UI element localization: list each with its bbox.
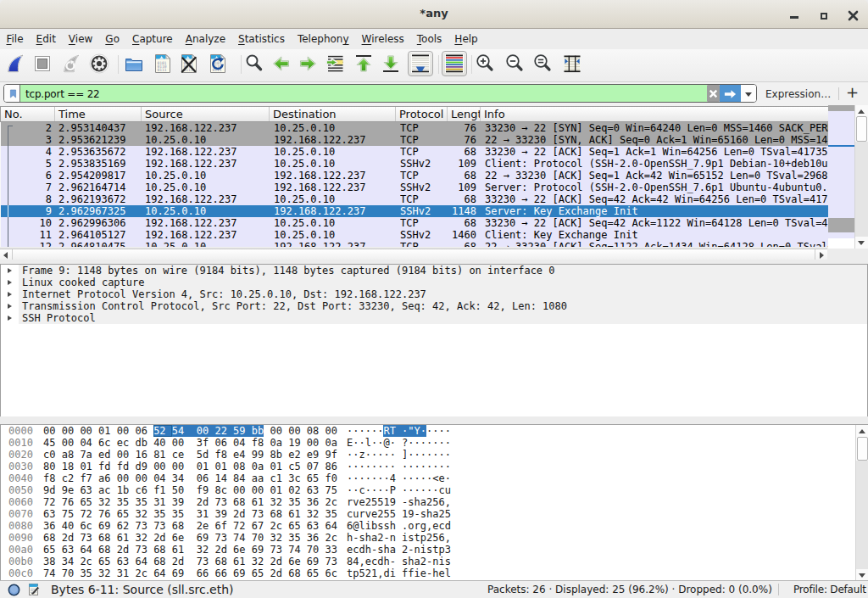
hex-byte[interactable]: c5 xyxy=(288,461,307,472)
hex-byte[interactable]: 2c xyxy=(326,496,337,508)
hex-row-0080[interactable]: 008036 40 6c 69 62 73 73 68 2e 6f 72 67 … xyxy=(1,520,867,532)
ascii-char[interactable]: u xyxy=(445,484,451,496)
ascii-char[interactable]: · xyxy=(390,437,402,449)
hex-byte[interactable]: fd xyxy=(117,461,136,472)
hex-byte[interactable]: 32 xyxy=(135,508,153,520)
hex-byte[interactable]: 35 xyxy=(288,532,307,544)
hex-byte[interactable]: 72 xyxy=(80,508,98,520)
hex-byte[interactable]: 68 xyxy=(270,508,288,520)
hex-byte[interactable]: 2c xyxy=(135,567,153,579)
packet-row-2[interactable]: 22.953140437192.168.122.23710.25.0.10TCP… xyxy=(1,122,828,134)
hex-byte[interactable]: 74 xyxy=(233,532,252,544)
hex-byte[interactable]: 80 xyxy=(43,461,62,472)
hex-byte[interactable]: 6c xyxy=(98,437,117,449)
hex-row-0020[interactable]: 0020c0 a8 7a ed 00 16 81 ce 5d f8 e4 99 … xyxy=(1,449,867,461)
ascii-char[interactable]: 9 xyxy=(390,496,402,508)
ascii-char[interactable]: · xyxy=(415,484,420,496)
hex-byte[interactable]: 04 xyxy=(153,472,172,484)
ascii-char[interactable]: · xyxy=(408,449,414,461)
hex-byte[interactable]: 2d xyxy=(197,496,215,508)
ascii-char[interactable]: 5 xyxy=(390,508,402,520)
hex-byte[interactable]: f1 xyxy=(153,484,172,496)
hex-byte[interactable]: 32 xyxy=(98,496,117,508)
expander-triangle-icon[interactable] xyxy=(8,292,12,297)
ascii-char[interactable]: · xyxy=(365,461,371,472)
hex-byte[interactable]: 62 xyxy=(117,520,136,532)
ascii-char[interactable]: t xyxy=(415,532,420,544)
colorize-button[interactable] xyxy=(442,51,467,76)
hex-byte[interactable]: 61 xyxy=(172,544,197,556)
hex-byte[interactable]: 66 xyxy=(214,567,233,579)
detail-row-1[interactable]: Linux cooked capture xyxy=(1,277,867,288)
hex-byte[interactable]: 81 xyxy=(153,449,172,461)
horizontal-scrollbar-thumb[interactable] xyxy=(12,249,815,260)
zoom-in-button[interactable] xyxy=(475,53,495,74)
hex-byte[interactable]: 2e xyxy=(197,520,215,532)
hex-byte[interactable]: 5d xyxy=(197,449,215,461)
ascii-char[interactable]: · xyxy=(438,461,444,472)
ascii-char[interactable]: a xyxy=(390,544,402,556)
go-last-button[interactable] xyxy=(381,53,401,74)
hex-byte[interactable]: 00 xyxy=(270,425,288,437)
hex-byte[interactable]: 65 xyxy=(98,556,117,567)
capture-comment-icon[interactable] xyxy=(27,583,41,596)
hex-byte[interactable]: 66 xyxy=(197,567,215,579)
ascii-char[interactable]: i xyxy=(390,567,402,579)
go-forward-button[interactable] xyxy=(298,53,318,74)
hex-byte[interactable]: 63 xyxy=(62,544,81,556)
hex-byte[interactable]: 65 xyxy=(307,567,326,579)
ascii-char[interactable]: s xyxy=(408,496,414,508)
ascii-char[interactable]: R xyxy=(383,425,389,437)
hex-byte[interactable]: f7 xyxy=(80,472,98,484)
hex-byte[interactable]: 00 xyxy=(80,425,98,437)
ascii-char[interactable]: · xyxy=(438,437,444,449)
hex-byte[interactable]: 01 xyxy=(80,461,98,472)
hex-row-0090[interactable]: 009068 2d 73 68 61 32 2d 6e 69 73 74 70 … xyxy=(1,532,867,544)
ascii-char[interactable]: 2 xyxy=(438,508,444,520)
resize-columns-button[interactable] xyxy=(562,53,582,74)
hex-byte[interactable]: 2c xyxy=(80,556,98,567)
hex-byte[interactable]: e2 xyxy=(288,449,307,461)
menu-edit[interactable]: Edit xyxy=(30,30,62,48)
hex-byte[interactable]: 00 xyxy=(172,461,197,472)
ascii-char[interactable]: · xyxy=(415,472,420,484)
ascii-char[interactable]: h xyxy=(383,544,389,556)
ascii-char[interactable]: · xyxy=(415,449,420,461)
file-close-button[interactable] xyxy=(179,53,199,74)
ascii-char[interactable]: 1 xyxy=(383,496,389,508)
ascii-char[interactable]: · xyxy=(438,425,444,437)
menu-help[interactable]: Help xyxy=(448,30,484,48)
ascii-char[interactable]: e xyxy=(420,567,426,579)
hex-byte[interactable]: 35 xyxy=(135,496,153,508)
hex-byte[interactable]: 3f xyxy=(197,437,215,449)
ascii-char[interactable]: · xyxy=(359,425,364,437)
hex-byte[interactable]: 65 xyxy=(117,508,136,520)
hex-byte[interactable]: fd xyxy=(98,461,117,472)
ascii-char[interactable]: g xyxy=(420,520,426,532)
hex-byte[interactable]: 32 xyxy=(270,532,288,544)
hex-byte[interactable]: 64 xyxy=(326,520,337,532)
hex-byte[interactable]: e9 xyxy=(307,449,326,461)
hex-byte[interactable]: 07 xyxy=(307,461,326,472)
menu-capture[interactable]: Capture xyxy=(125,30,179,48)
ascii-char[interactable]: h xyxy=(415,496,420,508)
hex-byte[interactable]: 00 xyxy=(135,472,153,484)
packet-row-6[interactable]: 62.95420981710.25.0.10192.168.122.237TCP… xyxy=(1,170,828,182)
hex-byte[interactable]: aa xyxy=(252,472,270,484)
go-first-button[interactable] xyxy=(353,53,374,74)
hex-byte[interactable]: 35 xyxy=(117,496,136,508)
ascii-char[interactable]: h xyxy=(365,544,371,556)
hex-row-00a0[interactable]: 00a065 63 64 68 2d 73 68 61 32 2d 6e 69 … xyxy=(1,544,867,556)
hex-byte[interactable]: 6e xyxy=(288,556,307,567)
hex-byte[interactable]: 36 xyxy=(307,532,326,544)
hex-byte[interactable]: 50 xyxy=(172,484,197,496)
hex-byte[interactable]: 2c xyxy=(270,520,288,532)
maximize-button[interactable] xyxy=(813,4,835,25)
ascii-char[interactable]: r xyxy=(415,520,420,532)
hex-byte[interactable]: 54 xyxy=(172,425,197,437)
hex-byte[interactable]: 32 xyxy=(197,544,215,556)
hex-byte[interactable]: 6f xyxy=(214,520,233,532)
ascii-char[interactable]: · xyxy=(415,437,420,449)
hex-byte[interactable]: 68 xyxy=(233,496,252,508)
hex-byte[interactable]: 74 xyxy=(43,567,62,579)
